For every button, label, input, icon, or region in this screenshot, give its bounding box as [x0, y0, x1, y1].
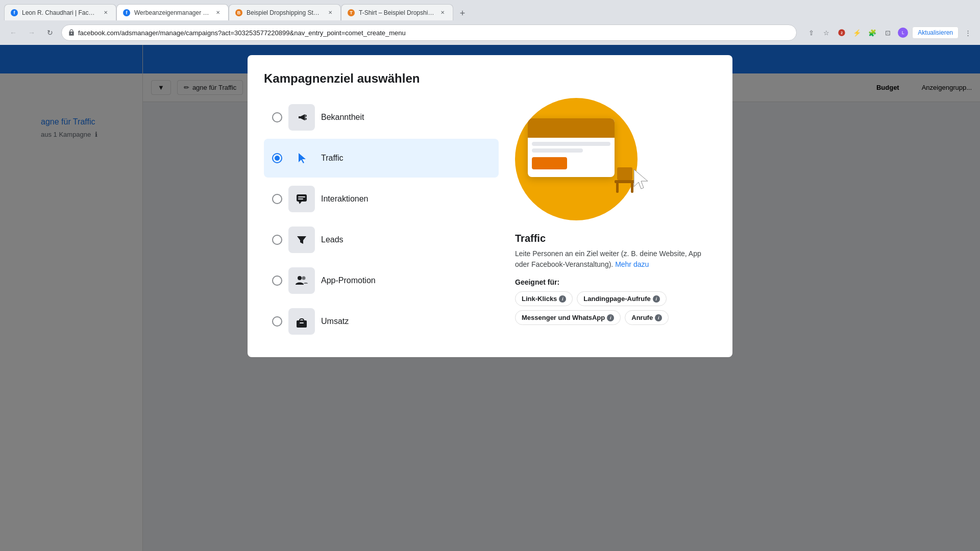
option-bekanntheit[interactable]: Bekanntheit: [264, 98, 499, 137]
new-tab-button[interactable]: +: [455, 6, 470, 20]
forward-button[interactable]: →: [24, 26, 39, 40]
illustration-card-header: [528, 118, 615, 138]
share-button[interactable]: ⇧: [805, 27, 817, 39]
leads-filter-icon: [295, 233, 309, 247]
tab-tshirt[interactable]: T T-Shirt – Beispiel Dropshippin... ✕: [341, 4, 453, 20]
radio-traffic[interactable]: [272, 153, 282, 163]
tab-close-facebook[interactable]: ✕: [102, 9, 110, 17]
badges-container: Link-Klicks i Landingpage-Aufrufe i Mess…: [515, 291, 716, 325]
badge-anrufe: Anrufe i: [625, 310, 669, 325]
tab-title-tshirt: T-Shirt – Beispiel Dropshippin...: [359, 9, 434, 16]
right-detail-panel: Traffic Leite Personen an ein Ziel weite…: [515, 98, 716, 341]
tab-title-store: Beispiel Dropshipping Store –: [247, 9, 322, 16]
radio-app-promotion[interactable]: [272, 276, 282, 286]
radio-bekanntheit[interactable]: [272, 112, 282, 122]
cursor-icon: [295, 151, 309, 165]
info-icon-link-klicks[interactable]: i: [559, 295, 566, 303]
info-icon-landingpage[interactable]: i: [653, 295, 660, 303]
badge-link-klicks: Link-Klicks i: [515, 291, 573, 306]
svg-rect-11: [297, 320, 307, 328]
radio-interaktionen[interactable]: [272, 194, 282, 204]
tab-favicon-adsmanager: f: [123, 9, 130, 16]
traffic-illustration: [515, 98, 678, 220]
tab-close-store[interactable]: ✕: [326, 9, 334, 17]
option-umsatz[interactable]: Umsatz: [264, 302, 499, 341]
radio-umsatz[interactable]: [272, 316, 282, 327]
label-interaktionen: Interaktionen: [321, 194, 369, 204]
icon-wrap-app-promotion: [288, 267, 315, 294]
badge-landingpage: Landingpage-Aufrufe i: [577, 291, 666, 306]
option-leads[interactable]: Leads: [264, 220, 499, 259]
url-text: facebook.com/adsmanager/manage/campaigns…: [78, 29, 790, 37]
tab-store[interactable]: B Beispiel Dropshipping Store – ✕: [229, 4, 341, 20]
icon-wrap-traffic: [288, 145, 315, 171]
address-bar: ← → ↻ facebook.com/adsmanager/manage/cam…: [0, 20, 980, 45]
option-traffic[interactable]: Traffic: [264, 139, 499, 178]
chat-icon: [295, 192, 309, 206]
tab-adsmanager[interactable]: f Werbeanzeigenmanager – Wer... ✕: [116, 4, 229, 20]
back-button[interactable]: ←: [6, 26, 20, 40]
option-interaktionen[interactable]: Interaktionen: [264, 180, 499, 218]
illustration-button: [532, 157, 567, 169]
update-button[interactable]: Aktualisieren: [912, 27, 959, 39]
browser-actions: ⇧ ☆ 2 ⚡ 🧩 ⊡ L Aktualisieren ⋮: [805, 27, 974, 39]
profile-button[interactable]: L: [897, 27, 909, 39]
page-background: facebook ▼ ✏ agne für Traffic Budget Anz…: [0, 45, 980, 551]
suited-for-title: Geeignet für:: [515, 278, 716, 286]
tab-favicon-tshirt: T: [348, 9, 355, 16]
tab-close-adsmanager[interactable]: ✕: [214, 9, 222, 17]
svg-text:2: 2: [841, 31, 843, 35]
svg-rect-7: [298, 196, 305, 197]
svg-rect-6: [297, 194, 307, 202]
badge-messenger: Messenger und WhatsApp i: [515, 310, 621, 325]
menu-button[interactable]: ⋮: [962, 27, 974, 39]
svg-rect-3: [299, 116, 301, 118]
icon-wrap-leads: [288, 227, 315, 253]
icon-wrap-umsatz: [288, 308, 315, 335]
reload-button[interactable]: ↻: [43, 26, 57, 40]
tab-favicon-facebook: f: [11, 9, 18, 16]
detail-link[interactable]: Mehr dazu: [615, 260, 649, 268]
modal-dialog: Kampagnenziel auswählen: [248, 55, 732, 357]
svg-point-9: [298, 276, 302, 280]
illustration-container: [515, 98, 658, 210]
url-bar[interactable]: facebook.com/adsmanager/manage/campaigns…: [61, 24, 797, 41]
icon-wrap-bekanntheit: [288, 104, 315, 131]
tab-favicon-store: B: [235, 9, 242, 16]
svg-rect-15: [616, 183, 619, 193]
label-app-promotion: App-Promotion: [321, 276, 376, 285]
lock-icon: [68, 29, 75, 36]
modal-content: Bekanntheit Traffic: [264, 98, 716, 341]
tab-close-tshirt[interactable]: ✕: [438, 9, 447, 17]
cursor-arrow: [630, 167, 655, 195]
browser-chrome: f Leon R. Chaudhari | Facebook ✕ f Werbe…: [0, 0, 980, 45]
svg-rect-8: [298, 198, 303, 199]
extension-button2[interactable]: ⚡: [851, 27, 863, 39]
label-umsatz: Umsatz: [321, 317, 349, 326]
detail-description: Leite Personen an ein Ziel weiter (z. B.…: [515, 248, 716, 270]
info-icon-anrufe[interactable]: i: [655, 314, 662, 321]
options-list: Bekanntheit Traffic: [264, 98, 499, 341]
tabs-bar: f Leon R. Chaudhari | Facebook ✕ f Werbe…: [0, 0, 980, 20]
svg-point-10: [302, 277, 306, 280]
illustration-line-full: [532, 142, 610, 146]
option-app-promotion[interactable]: App-Promotion: [264, 261, 499, 300]
radio-leads[interactable]: [272, 235, 282, 245]
label-bekanntheit: Bekanntheit: [321, 113, 364, 122]
extension-button3[interactable]: 🧩: [866, 27, 878, 39]
extension-button1[interactable]: 2: [836, 27, 848, 39]
svg-rect-12: [300, 322, 304, 323]
modal-overlay: Kampagnenziel auswählen: [0, 45, 980, 551]
bag-icon: [295, 314, 309, 329]
cursor-svg: [630, 167, 655, 193]
detail-title: Traffic: [515, 233, 716, 244]
label-leads: Leads: [321, 235, 344, 244]
modal-title: Kampagnenziel auswählen: [264, 71, 716, 86]
bookmark-button[interactable]: ☆: [820, 27, 832, 39]
label-traffic: Traffic: [321, 154, 344, 163]
extension-button4[interactable]: ⊡: [881, 27, 894, 39]
info-icon-messenger[interactable]: i: [607, 314, 614, 321]
tab-facebook[interactable]: f Leon R. Chaudhari | Facebook ✕: [4, 4, 116, 20]
illustration-line-short: [532, 148, 583, 153]
tab-title-facebook: Leon R. Chaudhari | Facebook: [22, 9, 97, 16]
